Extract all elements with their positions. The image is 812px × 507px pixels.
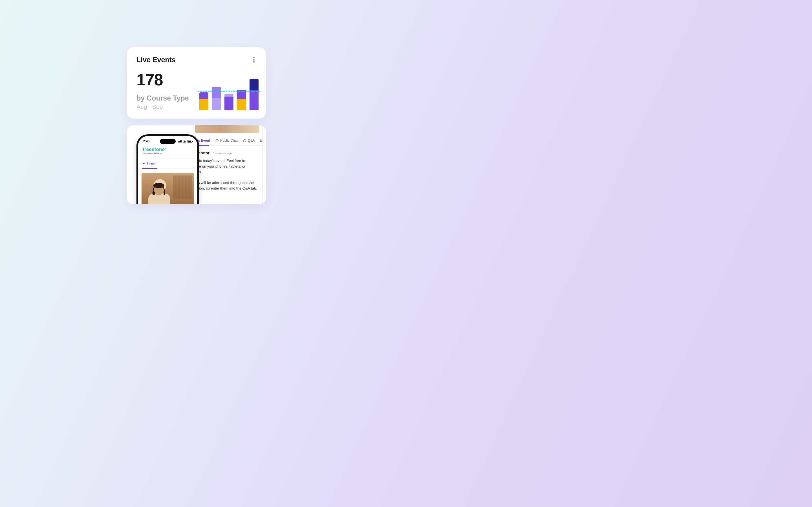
- tab-label: Public Chat: [220, 138, 238, 143]
- bar-segment-lower: [237, 99, 246, 110]
- stream-icon: [142, 162, 145, 165]
- desktop-chat-panel: y's Event Public Chat Q&A C derator 7 mi…: [192, 125, 262, 204]
- message-body-2: ns will be addressed throughout the atio…: [196, 180, 258, 191]
- bar-segment-lower: [212, 98, 221, 110]
- message-timestamp: 7 minutes ago: [212, 151, 232, 156]
- bar-segment-upper: [199, 93, 208, 99]
- tab-qa[interactable]: Q&A: [243, 138, 255, 143]
- stats-title: Live Events: [137, 56, 175, 64]
- phone-clock: 2:45: [143, 139, 149, 143]
- chat-message: derator 7 minutes ago e to today's event…: [192, 146, 262, 191]
- list-icon: [260, 139, 262, 143]
- svg-point-4: [260, 140, 261, 140]
- bar-segment-lower: [224, 97, 234, 110]
- brand-name: freestone: [143, 147, 165, 152]
- tab-label: Stream: [147, 162, 156, 165]
- phone-tabs: Stream: [138, 158, 197, 169]
- bar-chart: [199, 77, 259, 110]
- stats-header: Live Events: [137, 56, 256, 64]
- brand-subtitle: by communitybrands: [143, 152, 193, 154]
- chart-bar: [250, 79, 259, 110]
- bar-segment-lower: [250, 90, 259, 110]
- chart-bar: [224, 94, 234, 110]
- chart-bar: [212, 87, 221, 110]
- battery-icon: [187, 140, 192, 143]
- tab-label: Q&A: [248, 138, 255, 143]
- chat-icon: [215, 139, 219, 143]
- reference-line: [198, 91, 260, 92]
- more-options-icon[interactable]: [251, 56, 256, 63]
- message-body-1: e to today's event! Feel free to ate on …: [196, 158, 258, 175]
- tab-stream[interactable]: Stream: [142, 162, 156, 165]
- presenter-illustration: [147, 183, 172, 204]
- bar-segment-upper: [212, 87, 221, 98]
- qa-icon: [243, 139, 246, 143]
- desktop-video-thumbnail: [195, 125, 259, 133]
- registered-mark: ®: [165, 147, 166, 150]
- phone-mockup: 2:45 freestone® by communitybrands: [137, 134, 199, 204]
- live-events-card: Live Events 178 by Course Type Aug - Sep: [127, 47, 266, 119]
- svg-point-5: [260, 142, 261, 142]
- svg-point-6: [143, 163, 144, 164]
- dynamic-island: [160, 139, 175, 144]
- brand-header: freestone® by communitybrands: [138, 143, 197, 155]
- chart-bar: [199, 93, 208, 110]
- active-tab-underline: [142, 168, 157, 169]
- chart-bar: [237, 90, 246, 110]
- phone-screen: 2:45 freestone® by communitybrands: [138, 136, 197, 204]
- tab-public-chat[interactable]: Public Chat: [215, 138, 238, 143]
- tab-fourth[interactable]: C: [260, 138, 262, 143]
- phone-video-frame: [142, 173, 194, 204]
- bar-segment-lower: [199, 99, 208, 110]
- bookshelf-decor: [173, 175, 192, 199]
- bar-segment-upper: [250, 79, 259, 90]
- bar-segment-upper: [224, 94, 234, 97]
- desktop-tabs: y's Event Public Chat Q&A C: [192, 135, 262, 146]
- wifi-icon: [183, 140, 186, 143]
- svg-point-3: [260, 139, 261, 140]
- product-preview-card: y's Event Public Chat Q&A C derator 7 mi…: [127, 125, 266, 204]
- signal-icon: [178, 140, 182, 143]
